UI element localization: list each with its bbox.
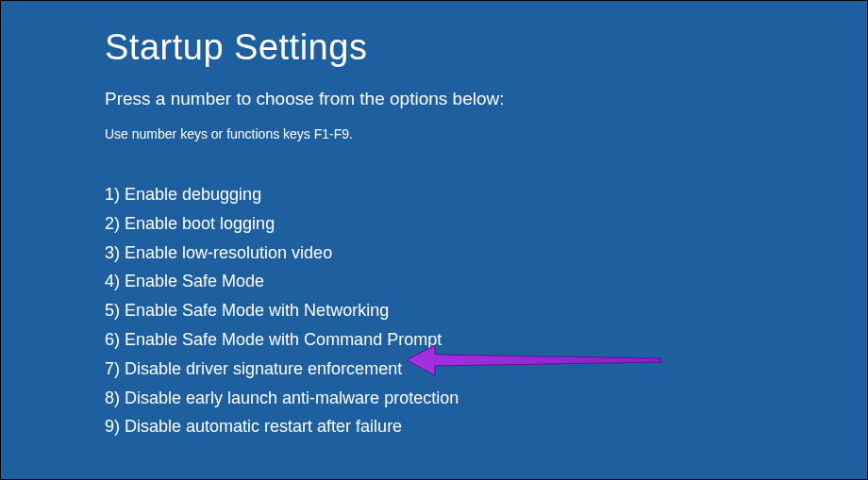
subtitle-text: Press a number to choose from the option…: [105, 89, 763, 109]
option-item-6[interactable]: 6) Enable Safe Mode with Command Prompt: [105, 326, 763, 354]
option-item-7[interactable]: 7) Disable driver signature enforcement: [105, 356, 763, 383]
option-item-9[interactable]: 9) Disable automatic restart after failu…: [105, 413, 763, 440]
option-item-4[interactable]: 4) Enable Safe Mode: [105, 268, 763, 295]
option-item-1[interactable]: 1) Enable debugging: [105, 181, 763, 208]
startup-options-list: 1) Enable debugging 2) Enable boot loggi…: [105, 181, 763, 440]
option-item-3[interactable]: 3) Enable low-resolution video: [105, 240, 763, 267]
option-item-2[interactable]: 2) Enable boot logging: [105, 210, 763, 238]
option-item-8[interactable]: 8) Disable early launch anti-malware pro…: [105, 385, 763, 412]
option-item-5[interactable]: 5) Enable Safe Mode with Networking: [105, 297, 763, 324]
page-title: Startup Settings: [105, 27, 763, 68]
instruction-text: Use number keys or functions keys F1-F9.: [105, 126, 763, 141]
